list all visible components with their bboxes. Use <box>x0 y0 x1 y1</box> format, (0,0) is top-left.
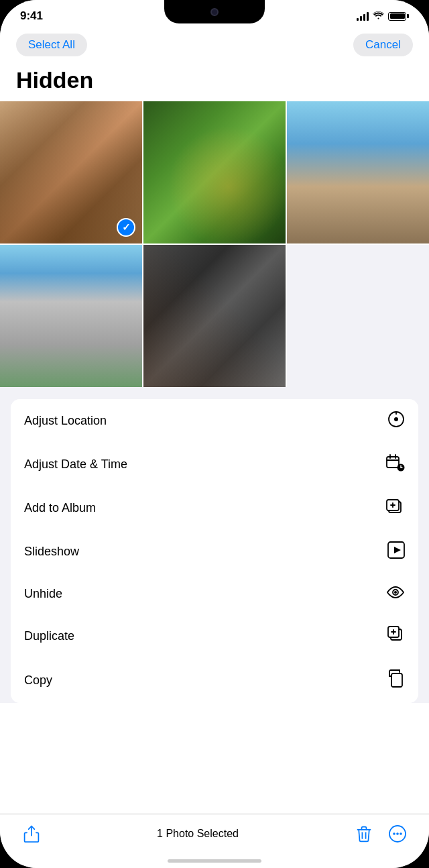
svg-rect-3 <box>387 457 399 468</box>
selection-checkmark-1 <box>117 218 135 237</box>
photo-cell-4[interactable] <box>0 245 142 387</box>
adjust-location-button[interactable]: Adjust Location <box>11 399 418 443</box>
add-to-album-label: Add to Album <box>24 501 96 515</box>
location-icon <box>387 411 405 431</box>
adjust-date-time-label: Adjust Date & Time <box>24 457 127 472</box>
duplicate-label: Duplicate <box>24 629 74 643</box>
notch <box>164 0 265 23</box>
duplicate-button[interactable]: Duplicate <box>11 614 418 658</box>
more-icon <box>389 825 406 843</box>
svg-rect-22 <box>391 673 402 687</box>
unhide-button[interactable]: Unhide <box>11 574 418 614</box>
add-to-album-button[interactable]: Add to Album <box>11 486 418 530</box>
play-icon <box>387 541 405 562</box>
eye-icon <box>386 585 405 603</box>
add-album-icon <box>386 498 405 519</box>
photo-cell-5[interactable] <box>143 245 286 387</box>
calendar-clock-icon <box>386 454 405 475</box>
slideshow-button[interactable]: Slideshow <box>11 530 418 574</box>
camera-dot <box>210 8 219 16</box>
cancel-button[interactable]: Cancel <box>353 34 413 56</box>
select-all-button[interactable]: Select All <box>16 34 87 56</box>
svg-point-1 <box>394 417 398 421</box>
copy-icon <box>389 669 405 692</box>
svg-point-17 <box>394 591 397 594</box>
unhide-label: Unhide <box>24 587 62 601</box>
svg-point-26 <box>393 832 395 835</box>
svg-marker-15 <box>394 547 401 553</box>
battery-icon <box>388 12 409 21</box>
wifi-icon <box>373 11 384 21</box>
nav-bar: Select All Cancel <box>0 28 429 64</box>
more-button[interactable] <box>386 822 409 845</box>
duplicate-icon <box>387 626 405 647</box>
svg-point-28 <box>400 832 402 835</box>
bottom-sheet: Adjust Location Adjust Date & Time <box>0 387 429 703</box>
photo-cell-1[interactable] <box>0 101 142 243</box>
photo-cell-2[interactable] <box>143 101 286 243</box>
photo-cell-3[interactable] <box>287 101 429 243</box>
page-title: Hidden <box>0 64 429 101</box>
share-icon <box>23 825 40 843</box>
home-indicator <box>168 859 261 863</box>
share-button[interactable] <box>20 822 43 845</box>
status-time: 9:41 <box>20 9 43 23</box>
signal-bars-icon <box>357 12 369 21</box>
phone-frame: 9:41 Select All Cance <box>0 0 429 868</box>
copy-label: Copy <box>24 673 52 688</box>
status-icons <box>357 11 409 21</box>
photo-grid <box>0 101 429 387</box>
trash-icon <box>355 825 373 843</box>
photo-cell-6 <box>287 245 429 387</box>
delete-button[interactable] <box>353 822 375 845</box>
svg-point-27 <box>396 832 399 835</box>
adjust-location-label: Adjust Location <box>24 414 107 428</box>
photo-selected-status: 1 Photo Selected <box>157 828 239 840</box>
slideshow-label: Slideshow <box>24 545 79 559</box>
adjust-date-time-button[interactable]: Adjust Date & Time <box>11 443 418 486</box>
menu-container: Adjust Location Adjust Date & Time <box>11 399 418 703</box>
copy-button[interactable]: Copy <box>11 658 418 703</box>
